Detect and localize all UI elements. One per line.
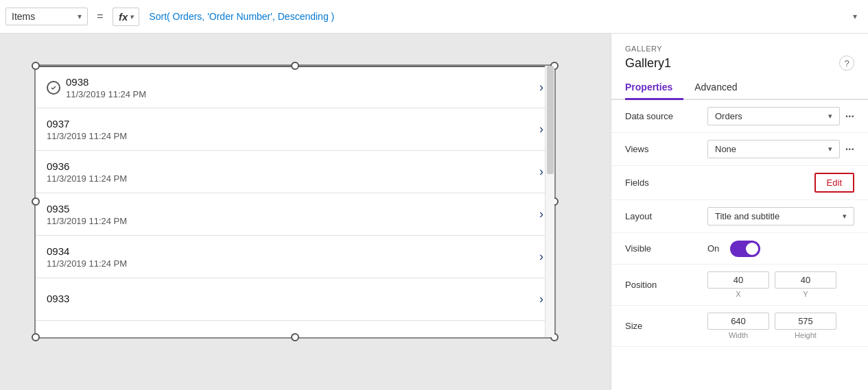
item-content: 0937 11/3/2019 11:24 PM	[47, 118, 539, 141]
size-height-label: Height	[795, 331, 817, 339]
on-label: On	[707, 243, 719, 254]
tab-advanced[interactable]: Advanced	[694, 76, 748, 100]
right-panel: GALLERY Gallery1 ? Properties Advanced D…	[611, 34, 868, 390]
edit-fields-button[interactable]: Edit	[814, 173, 854, 193]
gallery-item[interactable]: 0936 11/3/2019 11:24 PM ›	[36, 151, 554, 193]
fx-button[interactable]: fx ▾	[113, 8, 139, 26]
position-y-group: Y	[775, 271, 836, 298]
fx-chevron: ▾	[130, 13, 133, 21]
toggle-knob	[746, 243, 758, 255]
item-subtitle: 11/3/2019 11:24 PM	[47, 216, 539, 226]
handle-bc[interactable]	[291, 333, 299, 341]
views-chevron: ▾	[828, 145, 832, 154]
help-icon[interactable]: ?	[839, 56, 854, 71]
items-dropdown-chevron: ▾	[78, 12, 82, 21]
first-item-circle	[47, 81, 60, 95]
item-chevron: ›	[539, 292, 543, 306]
size-width-input[interactable]	[707, 313, 769, 330]
visible-toggle[interactable]	[730, 241, 760, 257]
top-bar: Items ▾ = fx ▾ Sort( Orders, 'Order Numb…	[0, 0, 868, 34]
item-subtitle: 11/3/2019 11:24 PM	[47, 173, 539, 184]
views-label: Views	[625, 144, 707, 154]
item-chevron: ›	[539, 207, 543, 221]
tab-properties[interactable]: Properties	[625, 76, 683, 100]
item-chevron: ›	[539, 80, 543, 95]
item-chevron: ›	[539, 249, 543, 264]
item-content: 0936 11/3/2019 11:24 PM	[47, 160, 539, 184]
handle-tc[interactable]	[291, 62, 299, 70]
size-width-label: Width	[729, 331, 748, 339]
layout-text: Title and subtitle	[715, 211, 779, 221]
item-content: 0934 11/3/2019 11:24 PM	[47, 245, 539, 269]
panel-title-row: Gallery1 ?	[625, 56, 854, 71]
position-x-label: X	[736, 290, 740, 298]
data-source-dropdown[interactable]: Orders ▾	[707, 107, 840, 125]
panel-section-label: GALLERY	[625, 45, 854, 53]
fields-row: Fields Edit	[611, 166, 868, 200]
data-source-label: Data source	[625, 111, 707, 121]
size-height-group: Height	[775, 313, 836, 339]
item-title: 0933	[47, 293, 539, 304]
gallery-item[interactable]: 0938 11/3/2019 11:24 PM ›	[36, 66, 554, 108]
main-area: 0938 11/3/2019 11:24 PM › 0937 11/3/2019…	[0, 34, 868, 390]
item-title: 0934	[47, 245, 539, 257]
item-subtitle: 11/3/2019 11:24 PM	[47, 131, 539, 141]
size-label: Size	[625, 321, 707, 331]
item-chevron: ›	[539, 164, 543, 179]
item-content: 0938 11/3/2019 11:24 PM	[66, 76, 539, 99]
layout-row: Layout Title and subtitle ▾	[611, 200, 868, 233]
canvas-area: 0938 11/3/2019 11:24 PM › 0937 11/3/2019…	[0, 34, 611, 390]
gallery-widget[interactable]: 0938 11/3/2019 11:24 PM › 0937 11/3/2019…	[34, 64, 556, 339]
size-row: Size Width Height	[611, 306, 868, 347]
gallery-item[interactable]: 0935 11/3/2019 11:24 PM ›	[36, 193, 554, 236]
item-subtitle: 11/3/2019 11:24 PM	[47, 258, 539, 269]
item-chevron: ›	[539, 122, 543, 136]
formula-text: Sort( Orders, 'Order Number', Descending…	[149, 11, 334, 22]
formula-bar-end-chevron[interactable]: ▾	[853, 12, 863, 21]
item-subtitle: 11/3/2019 11:24 PM	[66, 89, 539, 99]
items-label: Items	[12, 11, 35, 22]
layout-value: Title and subtitle ▾	[707, 207, 854, 226]
views-text: None	[715, 144, 736, 154]
size-value: Width Height	[707, 313, 854, 339]
gallery-title: Gallery1	[625, 56, 671, 71]
gallery-item[interactable]: 0934 11/3/2019 11:24 PM ›	[36, 236, 554, 278]
position-x-input[interactable]	[707, 271, 769, 289]
item-title: 0935	[47, 203, 539, 215]
gallery-scrollbar[interactable]	[545, 66, 554, 337]
item-content: 0933	[47, 293, 539, 306]
formula-bar[interactable]: Sort( Orders, 'Order Number', Descending…	[142, 8, 850, 25]
data-source-more[interactable]: ···	[845, 110, 854, 123]
size-height-input[interactable]	[775, 313, 836, 330]
panel-tabs: Properties Advanced	[611, 76, 868, 100]
views-row: Views None ▾ ···	[611, 133, 868, 166]
fields-label: Fields	[625, 178, 707, 188]
item-title: 0936	[47, 160, 539, 172]
handle-bl[interactable]	[32, 333, 40, 341]
views-more[interactable]: ···	[845, 143, 854, 156]
panel-header: GALLERY Gallery1 ?	[611, 34, 868, 76]
position-x-group: X	[707, 271, 769, 298]
position-label: Position	[625, 280, 707, 290]
items-dropdown[interactable]: Items ▾	[5, 8, 88, 25]
views-dropdown[interactable]: None ▾	[707, 140, 840, 158]
gallery-scrollbar-thumb	[547, 66, 554, 174]
equals-button[interactable]: =	[91, 7, 110, 26]
handle-ml[interactable]	[32, 197, 40, 206]
item-title: 0938	[66, 76, 539, 88]
layout-chevron: ▾	[843, 212, 847, 221]
gallery-item[interactable]: 0937 11/3/2019 11:24 PM ›	[36, 108, 554, 151]
fields-value: Edit	[707, 173, 854, 193]
position-value: X Y	[707, 271, 854, 298]
gallery-item[interactable]: 0933 ›	[36, 278, 554, 321]
visible-label: Visible	[625, 243, 707, 254]
layout-dropdown[interactable]: Title and subtitle ▾	[707, 207, 854, 226]
position-y-label: Y	[803, 290, 808, 298]
position-y-input[interactable]	[775, 271, 836, 289]
data-source-chevron: ▾	[828, 112, 832, 121]
item-content: 0935 11/3/2019 11:24 PM	[47, 203, 539, 226]
gallery-list: 0938 11/3/2019 11:24 PM › 0937 11/3/2019…	[36, 66, 554, 337]
item-title: 0937	[47, 118, 539, 130]
handle-tl[interactable]	[32, 62, 40, 70]
data-source-text: Orders	[715, 111, 742, 121]
